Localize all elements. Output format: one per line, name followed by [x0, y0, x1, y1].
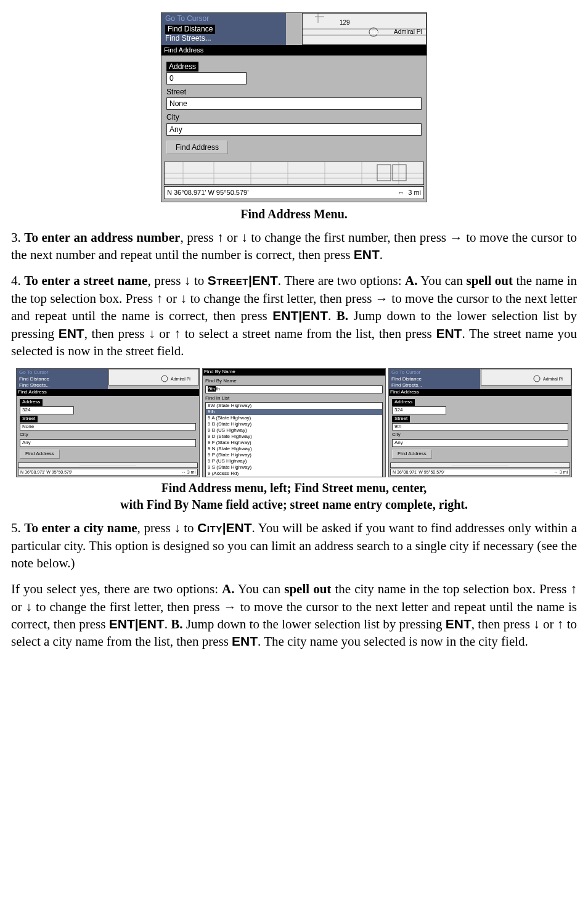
list-item[interactable]: 9 (Access Rd) [206, 471, 382, 477]
step-6: If you select yes, there are two options… [11, 580, 577, 650]
find-in-list-label: Find In List [205, 395, 383, 402]
street-list[interactable]: 8W (State Highway) 9th 9 A (State Highwa… [205, 402, 383, 477]
list-item[interactable]: 9 D (State Highway) [206, 434, 382, 440]
map-strip [164, 162, 424, 185]
street-label: Street [166, 87, 422, 97]
city-field[interactable]: Any [392, 439, 568, 447]
map-strip [18, 463, 198, 468]
window-title: Find Address [389, 389, 571, 396]
svg-text:244: 244 [369, 30, 378, 36]
list-item[interactable]: 9 P (State Highway) [206, 452, 382, 458]
list-item[interactable]: 9 A (State Highway) [206, 415, 382, 421]
find-by-name-field[interactable]: 9thth [205, 385, 383, 393]
menu-find-streets[interactable]: Find Streets... [165, 34, 282, 44]
step-3: 3. To enter an address number, press ↑ o… [11, 229, 577, 264]
address-field[interactable]: 324 [20, 406, 74, 414]
thumb-left: Go To Cursor Find Distance Find Streets.… [16, 368, 200, 477]
address-field[interactable]: 0 [166, 72, 247, 84]
city-label: City [392, 432, 568, 438]
address-label: Address [20, 399, 43, 406]
svg-text:Admiral Pl: Admiral Pl [394, 28, 422, 35]
city-label: City [20, 432, 196, 438]
mini-map: Admiral Pl [108, 369, 199, 385]
find-address-form: Address 0 Street None City Any Find Addr… [161, 56, 427, 158]
coords-text: N 36°08.971' W 95°50.579' [167, 188, 248, 197]
street-label: Street [392, 416, 410, 422]
scale-text: ↔ 3 mi [398, 188, 421, 197]
list-item[interactable]: 9 F (State Highway) [206, 440, 382, 446]
menu-bar: Go To Cursor Find Distance Find Streets.… [17, 369, 108, 389]
thumb-right: Go To Cursor Find Distance Find Streets.… [388, 368, 572, 477]
street-field[interactable]: 9th [392, 423, 568, 431]
find-address-button[interactable]: Find Address [20, 450, 60, 459]
svg-text:129: 129 [340, 19, 350, 26]
address-field[interactable]: 324 [392, 406, 446, 414]
step-5: 5. To enter a city name, press ↓ to City… [11, 519, 577, 572]
list-item[interactable]: 9 (County Highway) [206, 477, 382, 477]
city-field[interactable]: Any [166, 123, 422, 136]
find-address-button[interactable]: Find Address [166, 141, 228, 154]
window-title: Find Address [161, 45, 427, 56]
svg-text:Admiral Pl: Admiral Pl [543, 377, 563, 381]
list-item[interactable]: 9 B (US Highway) [206, 427, 382, 434]
thumb-center: Find By Name Find By Name 9thth Find In … [202, 368, 386, 477]
coordinate-bar: N 36°08.971' W 95°50.579' ↔ 3 mi [164, 186, 424, 199]
figure-triple: Go To Cursor Find Distance Find Streets.… [11, 368, 577, 477]
figure2-caption: Find Address menu, left; Find Street men… [11, 480, 577, 513]
address-label: Address [166, 62, 198, 72]
city-label: City [166, 112, 422, 122]
street-field[interactable]: None [166, 97, 422, 110]
list-item[interactable]: 9 P (US Highway) [206, 458, 382, 464]
map-strip [390, 463, 570, 468]
mini-map: Admiral Pl [481, 369, 571, 385]
svg-text:Admiral Pl: Admiral Pl [171, 377, 190, 381]
list-item[interactable]: 9 S (State Highway) [206, 464, 382, 471]
context-menu: Go To Cursor Find Distance Find Streets.… [161, 13, 286, 45]
step-4: 4. To enter a street name, press ↓ to St… [11, 272, 577, 360]
list-item[interactable]: 9th [206, 409, 382, 415]
list-item[interactable]: 8W (State Highway) [206, 403, 382, 409]
find-address-button[interactable]: Find Address [392, 450, 432, 459]
mini-map: 129 244 Admiral Pl [302, 13, 427, 45]
menu-bar: Go To Cursor Find Distance Find Streets.… [389, 369, 480, 389]
window-title: Find By Name [203, 369, 385, 376]
figure1-caption: Find Address Menu. [11, 206, 577, 223]
street-label: Street [20, 416, 38, 422]
address-label: Address [392, 399, 415, 406]
window-title: Find Address [17, 389, 199, 396]
list-item[interactable]: 9 N (State Highway) [206, 446, 382, 452]
street-field[interactable]: None [20, 423, 196, 431]
figure-find-address: Go To Cursor Find Distance Find Streets.… [11, 12, 577, 202]
coord-bar: N 36°08.971' W 95°50.579' ↔ 3 mi [18, 469, 198, 475]
menu-go-to-cursor[interactable]: Go To Cursor [165, 14, 282, 24]
coord-bar: N 36°08.971' W 95°50.579' ↔ 3 mi [390, 469, 570, 475]
list-item[interactable]: 9 B (State Highway) [206, 421, 382, 427]
menu-find-distance[interactable]: Find Distance [165, 25, 215, 35]
find-by-name-label: Find By Name [205, 378, 383, 385]
city-field[interactable]: Any [20, 439, 196, 447]
